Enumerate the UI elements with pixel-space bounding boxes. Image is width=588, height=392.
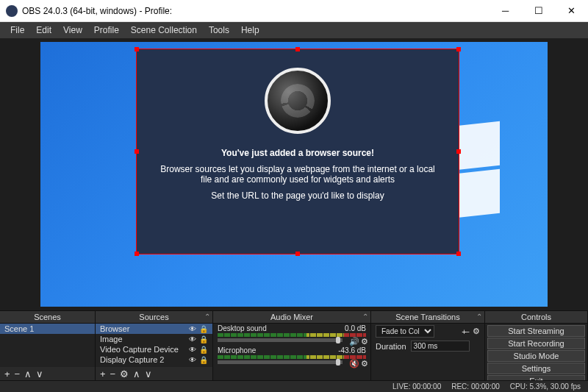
lock-icon[interactable]: 🔒 — [199, 356, 208, 364]
status-rec: REC: 00:00:00 — [451, 382, 500, 391]
exit-button[interactable]: Exit — [487, 375, 585, 380]
volume-slider[interactable] — [218, 338, 343, 342]
browser-source-desc: Browser sources let you display a webpag… — [137, 161, 459, 188]
lock-icon[interactable]: 🔒 — [199, 325, 208, 333]
scenes-header: Scenes — [0, 311, 95, 324]
start-streaming-button[interactable]: Start Streaming — [487, 325, 585, 337]
audio-meter — [218, 333, 366, 337]
source-item[interactable]: Video Capture Device👁🔒 — [96, 344, 212, 354]
add-scene-button[interactable]: + — [4, 368, 10, 379]
status-live: LIVE: 00:00:00 — [392, 382, 441, 391]
lock-icon[interactable]: 🔒 — [199, 346, 208, 354]
menu-help[interactable]: Help — [235, 24, 265, 37]
close-button[interactable]: ✕ — [555, 0, 588, 22]
mixer-track-name: Desktop sound — [218, 324, 267, 332]
docks: Scenes Scene 1 + − ∧ ∨ Sources⌃ Browser👁… — [0, 310, 588, 380]
remove-source-button[interactable]: − — [110, 368, 116, 379]
transitions-panel: Scene Transitions⌃ Fade to Color +− ⚙ Du… — [371, 311, 485, 380]
mixer-db: -43.6 dB — [338, 346, 366, 354]
transition-select[interactable]: Fade to Color — [376, 325, 434, 338]
gear-icon[interactable]: ⚙ — [473, 327, 480, 336]
eye-icon[interactable]: 👁 — [189, 356, 196, 364]
speaker-muted-icon[interactable]: 🔇 — [349, 359, 359, 368]
popout-icon[interactable]: ⌃ — [204, 313, 210, 321]
duration-input[interactable] — [411, 341, 470, 352]
source-item[interactable]: Display Capture 2👁🔒 — [96, 354, 212, 365]
menu-view[interactable]: View — [57, 24, 88, 37]
popout-icon[interactable]: ⌃ — [362, 313, 368, 321]
lock-icon[interactable]: 🔒 — [199, 335, 208, 343]
status-cpu: CPU: 5.3%, 30.00 fps — [510, 382, 581, 391]
popout-icon[interactable]: ⌃ — [476, 313, 482, 321]
menu-scene-collection[interactable]: Scene Collection — [125, 24, 203, 37]
sources-panel: Sources⌃ Browser👁🔒 Image👁🔒 Video Capture… — [96, 311, 213, 380]
preview-area[interactable]: You've just added a browser source! Brow… — [0, 38, 588, 310]
start-recording-button[interactable]: Start Recording — [487, 338, 585, 349]
add-source-button[interactable]: + — [100, 368, 106, 379]
scene-up-button[interactable]: ∧ — [24, 368, 32, 379]
browser-source-overlay[interactable]: You've just added a browser source! Brow… — [136, 49, 459, 254]
browser-source-hint: Set the URL to the page you'd like to di… — [137, 188, 459, 204]
controls-panel: Controls Start Streaming Start Recording… — [485, 311, 588, 380]
menu-tools[interactable]: Tools — [203, 24, 235, 37]
menu-profile[interactable]: Profile — [88, 24, 125, 37]
minimize-button[interactable]: ─ — [489, 0, 522, 22]
source-settings-button[interactable]: ⚙ — [120, 368, 129, 379]
source-down-button[interactable]: ∨ — [145, 368, 152, 379]
source-up-button[interactable]: ∧ — [133, 368, 140, 379]
preview-canvas[interactable]: You've just added a browser source! Brow… — [40, 42, 548, 307]
gear-icon[interactable]: ⚙ — [361, 359, 368, 368]
menu-file[interactable]: File — [4, 24, 30, 37]
audio-mixer-panel: Audio Mixer⌃ Desktop sound 0.0 dB 🔊⚙ Mic… — [213, 311, 371, 380]
sources-header: Sources — [139, 313, 168, 321]
mixer-header: Audio Mixer — [270, 313, 313, 321]
settings-button[interactable]: Settings — [487, 363, 585, 374]
scenes-panel: Scenes Scene 1 + − ∧ ∨ — [0, 311, 96, 380]
duration-label: Duration — [376, 342, 406, 351]
controls-header: Controls — [485, 311, 587, 324]
source-item[interactable]: Browser👁🔒 — [96, 324, 212, 334]
eye-icon[interactable]: 👁 — [189, 346, 196, 354]
source-item[interactable]: Image👁🔒 — [96, 334, 212, 344]
mixer-db: 0.0 dB — [345, 324, 366, 332]
statusbar: LIVE: 00:00:00 REC: 00:00:00 CPU: 5.3%, … — [0, 380, 588, 392]
browser-source-heading: You've just added a browser source! — [137, 145, 459, 161]
menubar: File Edit View Profile Scene Collection … — [0, 22, 588, 38]
studio-mode-button[interactable]: Studio Mode — [487, 350, 585, 362]
menu-edit[interactable]: Edit — [30, 24, 57, 37]
window-title: OBS 24.0.3 (64-bit, windows) - Profile: — [22, 6, 489, 16]
mixer-track-name: Microphone — [218, 346, 256, 354]
maximize-button[interactable]: ☐ — [522, 0, 555, 22]
remove-scene-button[interactable]: − — [15, 368, 21, 379]
scene-item[interactable]: Scene 1 — [0, 324, 95, 334]
volume-slider[interactable] — [218, 360, 343, 364]
eye-icon[interactable]: 👁 — [189, 325, 196, 333]
obs-icon — [6, 5, 18, 17]
scene-down-button[interactable]: ∨ — [36, 368, 43, 379]
audio-meter — [218, 355, 366, 359]
transitions-header: Scene Transitions — [395, 313, 459, 321]
add-remove-transition[interactable]: +− — [462, 327, 468, 336]
titlebar: OBS 24.0.3 (64-bit, windows) - Profile: … — [0, 0, 588, 22]
eye-icon[interactable]: 👁 — [189, 335, 196, 343]
obs-logo-icon — [265, 68, 331, 134]
